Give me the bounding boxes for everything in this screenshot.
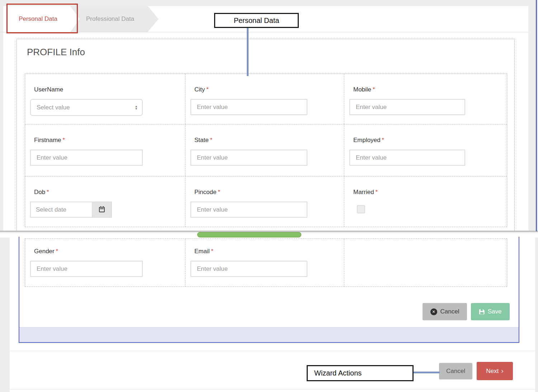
select-placeholder: Select value — [37, 104, 135, 111]
field-label: Married* — [353, 189, 507, 196]
field-pincode: Pincode* — [185, 176, 344, 227]
required-asterisk: * — [56, 248, 58, 254]
red-highlight-annotation — [6, 4, 78, 33]
field-firstname: Firstname* — [25, 124, 185, 176]
dob-date-input[interactable] — [30, 202, 92, 218]
field-state: State* — [185, 124, 344, 176]
field-label: Mobile* — [353, 86, 507, 93]
field-dob: Dob* — [25, 176, 185, 227]
callout-connector-line — [247, 28, 249, 76]
mobile-input[interactable] — [349, 99, 465, 115]
firstname-input[interactable] — [30, 150, 143, 166]
tab-professional-data[interactable]: Professional Data — [70, 6, 159, 32]
footer-divider — [10, 389, 535, 389]
personal-data-callout: Personal Data — [214, 13, 299, 28]
section-divider — [10, 351, 535, 351]
top-margin-strip — [0, 0, 538, 6]
field-mobile: Mobile* — [344, 74, 507, 124]
field-city: City* — [185, 74, 344, 124]
selection-border-bottom — [19, 342, 519, 343]
form-save-label: Save — [488, 308, 502, 315]
widget-footer-band — [19, 327, 519, 342]
profile-title: PROFILE Info — [27, 47, 85, 58]
email-input[interactable] — [190, 261, 307, 277]
field-married: Married* — [344, 176, 507, 227]
form-row: Firstname* State* Employed* — [25, 124, 507, 176]
save-floppy-icon — [479, 309, 485, 315]
form-save-button[interactable]: Save — [471, 303, 510, 320]
required-asterisk: * — [210, 137, 212, 143]
wizard-next-button[interactable]: Next › — [477, 362, 513, 380]
wizard-page: Professional Data Personal Data Personal… — [0, 0, 538, 392]
form-cancel-label: Cancel — [440, 308, 459, 315]
required-asterisk: * — [382, 137, 384, 143]
tab-professional-label: Professional Data — [86, 15, 134, 23]
profile-form-grid-top: UserName Select value ▴▾ City* Mobile* F… — [25, 74, 507, 227]
tabbar-divider — [0, 32, 528, 32]
form-row: Gender* Email* — [25, 238, 507, 287]
required-asterisk: * — [47, 189, 49, 195]
required-asterisk: * — [218, 189, 220, 195]
required-asterisk: * — [206, 86, 208, 93]
field-label: Email* — [194, 248, 344, 255]
required-asterisk: * — [63, 137, 65, 143]
wizard-actions-callout: Wizard Actions — [307, 365, 414, 381]
selection-border-right-top — [536, 0, 537, 231]
state-input[interactable] — [190, 150, 307, 166]
personal-data-callout-label: Personal Data — [234, 16, 279, 25]
wizard-actions-callout-label: Wizard Actions — [314, 369, 362, 377]
field-label: Firstname* — [34, 137, 185, 144]
select-arrows-icon: ▴▾ — [135, 105, 137, 110]
wizard-cancel-button[interactable]: Cancel — [439, 363, 472, 379]
employed-input[interactable] — [349, 150, 465, 166]
wizard-next-label: Next — [486, 368, 499, 375]
required-asterisk: * — [376, 189, 378, 195]
field-gender: Gender* — [25, 239, 185, 287]
field-employed: Employed* — [344, 124, 507, 176]
required-asterisk: * — [211, 248, 213, 254]
green-drop-indicator — [197, 232, 301, 237]
required-asterisk: * — [373, 86, 375, 93]
field-label: Pincode* — [194, 189, 344, 196]
city-input[interactable] — [190, 99, 307, 115]
field-label: City* — [194, 86, 344, 93]
right-margin-strip-bottom — [535, 237, 538, 392]
left-margin-strip-bottom — [0, 237, 10, 392]
field-label: UserName — [34, 86, 185, 93]
form-cancel-button[interactable]: ✕ Cancel — [423, 303, 467, 320]
form-row: UserName Select value ▴▾ City* Mobile* — [25, 74, 507, 124]
field-label: State* — [194, 137, 344, 144]
gender-input[interactable] — [30, 261, 143, 277]
selection-border-right — [519, 237, 519, 343]
username-select[interactable]: Select value ▴▾ — [30, 99, 143, 116]
wizard-cancel-label: Cancel — [446, 368, 465, 375]
married-checkbox[interactable] — [357, 205, 365, 213]
left-margin-strip-top — [0, 6, 3, 232]
screenshot-seam-line — [0, 231, 538, 232]
field-email: Email* — [185, 239, 344, 287]
wizard-callout-connector-line — [413, 372, 440, 373]
form-row: Dob* Pincode* Married* — [25, 176, 507, 227]
dob-calendar-button[interactable] — [92, 202, 112, 218]
cancel-circle-icon: ✕ — [430, 308, 437, 315]
calendar-icon — [99, 207, 105, 212]
field-label: Dob* — [34, 189, 185, 196]
field-label: Gender* — [34, 248, 185, 255]
empty-cell — [344, 239, 507, 287]
selection-border-left — [19, 237, 19, 343]
next-chevron-icon: › — [501, 367, 503, 374]
profile-form-grid-bottom: Gender* Email* — [25, 238, 507, 287]
field-label: Employed* — [353, 137, 507, 144]
field-username: UserName Select value ▴▾ — [25, 74, 185, 124]
pincode-input[interactable] — [190, 202, 307, 218]
